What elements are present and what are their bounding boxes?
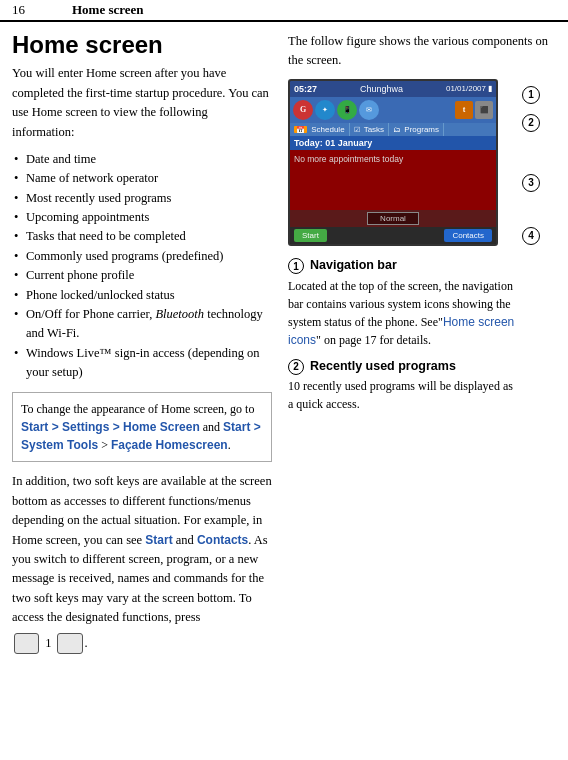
desc-item-1: 1 Navigation bar Located at the top of t… (288, 256, 518, 349)
phone-tab-bar: 📅 Schedule ☑ Tasks 🗂 Programs (290, 123, 496, 136)
start-link[interactable]: Start (145, 533, 172, 547)
tab-programs[interactable]: 🗂 Programs (389, 123, 444, 136)
icon-rect-2: ⬛ (475, 101, 493, 119)
phone-appointments: No more appointments today (290, 150, 496, 210)
desc-num-circle-2: 2 (288, 359, 304, 375)
page-heading: Home screen (12, 32, 272, 58)
desc-num-circle-1: 1 (288, 258, 304, 274)
settings-link[interactable]: Start > Settings > Home Screen (21, 420, 200, 434)
list-item: Windows Live™ sign-in access (depending … (12, 344, 272, 383)
desc-title-1: 1 Navigation bar (288, 256, 518, 275)
desc-title-text-2: Recently used programs (310, 359, 456, 373)
phone-carrier: Chunghwa (360, 84, 403, 94)
battery-icon: ▮ (488, 84, 492, 93)
contacts-link[interactable]: Contacts (197, 533, 248, 547)
key-row: 1 . (12, 633, 272, 654)
desc-body-2: 10 recently used programs will be displa… (288, 377, 518, 413)
phone-screen-wrapper: 05:27 Chunghwa 01/01/2007 ▮ G ✦ (288, 79, 518, 246)
desc-title-2: 2 Recently used programs (288, 357, 518, 376)
desc-item-2: 2 Recently used programs 10 recently use… (288, 357, 518, 414)
list-item: Phone locked/unlocked status (12, 286, 272, 305)
phone-apt-text: No more appointments today (294, 154, 403, 164)
right-column: The follow figure shows the various comp… (288, 32, 556, 750)
phone-profile-bar: Normal (290, 210, 496, 227)
tab-tasks[interactable]: ☑ Tasks (350, 123, 390, 136)
callout-1: 1 (522, 86, 540, 104)
header-title: Home screen (72, 2, 144, 18)
right-key-icon (57, 633, 82, 654)
icon-rect-1: t (455, 101, 473, 119)
list-item: Most recently used programs (12, 189, 272, 208)
list-item: On/Off for Phone carrier, Bluetooth tech… (12, 305, 272, 344)
info-box: To change the appearance of Home screen,… (12, 392, 272, 462)
and-label: 1 (45, 634, 51, 653)
callout-4: 4 (522, 227, 540, 245)
left-column: Home screen You will enter Home screen a… (12, 32, 272, 750)
page-header: 16 Home screen (0, 0, 568, 22)
main-content: Home screen You will enter Home screen a… (0, 22, 568, 760)
softkey-start[interactable]: Start (294, 229, 327, 242)
info-box-text: To change the appearance of Home screen,… (21, 402, 261, 452)
icon-green-circle: 📱 (337, 100, 357, 120)
feature-list: Date and time Name of network operator M… (12, 150, 272, 383)
page: 16 Home screen Home screen You will ente… (0, 0, 568, 760)
period: . (85, 634, 88, 653)
phone-profile-label: Normal (367, 212, 419, 225)
phone-softkey-bar: Start Contacts (290, 227, 496, 244)
list-item: Commonly used programs (predefined) (12, 247, 272, 266)
list-item: Current phone profile (12, 266, 272, 285)
phone-date: 01/01/2007 ▮ (446, 84, 492, 93)
left-key-icon (14, 633, 39, 654)
tab-schedule[interactable]: 📅 Schedule (290, 123, 350, 136)
phone-icons-row: G ✦ 📱 ✉ t (290, 97, 496, 123)
callout-3: 3 (522, 174, 540, 192)
home-screen-icons-link[interactable]: Home screen icons (288, 315, 514, 347)
facade-link[interactable]: Façade Homescreen (111, 438, 228, 452)
list-item: Date and time (12, 150, 272, 169)
list-item: Name of network operator (12, 169, 272, 188)
phone-time: 05:27 (294, 84, 317, 94)
body-paragraph-1: In addition, two soft keys are available… (12, 472, 272, 627)
right-intro-text: The follow figure shows the various comp… (288, 32, 556, 71)
callout-2: 2 (522, 114, 540, 132)
descriptions: 1 Navigation bar Located at the top of t… (288, 256, 518, 422)
page-number: 16 (12, 2, 32, 18)
icon-blue-circle: ✦ (315, 100, 335, 120)
phone-status-bar: 05:27 Chunghwa 01/01/2007 ▮ (290, 81, 496, 97)
phone-today-header: Today: 01 January (290, 136, 496, 150)
desc-title-text-1: Navigation bar (310, 258, 397, 272)
intro-text: You will enter Home screen after you hav… (12, 64, 272, 142)
list-item: Tasks that need to be completed (12, 227, 272, 246)
icon-circle-4: ✉ (359, 100, 379, 120)
softkey-contacts[interactable]: Contacts (444, 229, 492, 242)
desc-body-1: Located at the top of the screen, the na… (288, 277, 518, 349)
phone-screen: 05:27 Chunghwa 01/01/2007 ▮ G ✦ (288, 79, 498, 246)
list-item: Upcoming appointments (12, 208, 272, 227)
icon-red-circle: G (293, 100, 313, 120)
